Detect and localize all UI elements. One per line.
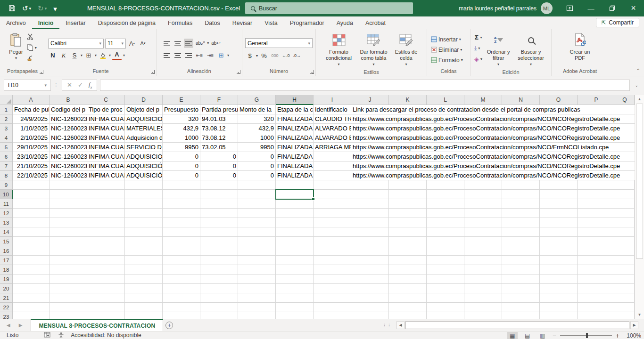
scroll-down-icon[interactable]: ▼ bbox=[635, 311, 644, 319]
cell-F14[interactable] bbox=[200, 227, 238, 237]
cell-M14[interactable] bbox=[464, 227, 502, 237]
cell-A5[interactable]: 29/10/2025 bbox=[13, 143, 50, 152]
cell-G19[interactable] bbox=[238, 274, 276, 284]
cell-O13[interactable] bbox=[540, 218, 578, 227]
font-dialog-launcher-icon[interactable] bbox=[151, 70, 155, 74]
cell-E23[interactable] bbox=[163, 312, 200, 319]
page-layout-view-icon[interactable]: ▤ bbox=[522, 332, 533, 339]
tabbar-grip[interactable]: ⋮⋮ bbox=[378, 319, 396, 331]
row-header-3[interactable]: 3 bbox=[0, 124, 13, 133]
cell-F17[interactable] bbox=[200, 256, 238, 265]
cell-J13[interactable] bbox=[351, 218, 389, 227]
cell-H7[interactable]: FINALIZADA bbox=[276, 161, 314, 171]
ribbon-tab-datos[interactable]: Datos bbox=[198, 18, 226, 29]
cell-N15[interactable] bbox=[502, 237, 540, 246]
ribbon-tab-ayuda[interactable]: Ayuda bbox=[330, 18, 359, 29]
cell-E9[interactable] bbox=[163, 180, 200, 190]
column-header-Q[interactable]: Q bbox=[615, 95, 635, 105]
font-name-combo[interactable]: Calibri▾ bbox=[48, 39, 104, 48]
cell-J3[interactable]: https://www.compraspublicas.gob.ec/Proce… bbox=[351, 124, 635, 133]
cell-E3[interactable]: 432,9 bbox=[163, 124, 200, 133]
expand-formula-bar-icon[interactable]: ⌄ bbox=[633, 83, 640, 88]
column-header-C[interactable]: C bbox=[87, 95, 125, 105]
wrap-text-icon[interactable]: ab↩ bbox=[210, 39, 222, 48]
cell-C22[interactable] bbox=[87, 303, 125, 312]
cell-G15[interactable] bbox=[238, 237, 276, 246]
cell-Q16[interactable] bbox=[615, 246, 635, 256]
cell-B17[interactable] bbox=[50, 256, 87, 265]
cell-B11[interactable] bbox=[50, 199, 87, 209]
cell-D20[interactable] bbox=[125, 284, 163, 293]
cell-E4[interactable]: 1000 bbox=[163, 133, 200, 143]
cell-O18[interactable] bbox=[540, 265, 578, 274]
cell-G14[interactable] bbox=[238, 227, 276, 237]
cell-I4[interactable]: ALVARADO E bbox=[314, 133, 351, 143]
currency-icon[interactable]: $ bbox=[245, 51, 255, 60]
cell-C3[interactable]: INFIMA CUANTIA bbox=[87, 124, 125, 133]
cell-D9[interactable] bbox=[125, 180, 163, 190]
cell-A7[interactable]: 21/10/2025 bbox=[13, 161, 50, 171]
cell-B2[interactable]: NIC-1260023 bbox=[50, 114, 87, 124]
cell-A19[interactable] bbox=[13, 274, 50, 284]
cell-F22[interactable] bbox=[200, 303, 238, 312]
cell-G22[interactable] bbox=[238, 303, 276, 312]
cell-P11[interactable] bbox=[578, 199, 615, 209]
cell-D7[interactable]: ADQUISICIÓN bbox=[125, 161, 163, 171]
cell-J7[interactable]: https://www.compraspublicas.gob.ec/Proce… bbox=[351, 161, 635, 171]
cell-Q11[interactable] bbox=[615, 199, 635, 209]
increase-font-icon[interactable]: A▴ bbox=[127, 39, 137, 48]
cell-K15[interactable] bbox=[389, 237, 427, 246]
orientation-dropdown-icon[interactable]: ▾ bbox=[207, 41, 209, 45]
fill-color-icon[interactable] bbox=[98, 51, 107, 60]
cell-L9[interactable] bbox=[427, 180, 464, 190]
cell-A16[interactable] bbox=[13, 246, 50, 256]
cell-D6[interactable]: ADQUISICION bbox=[125, 152, 163, 161]
cell-E16[interactable] bbox=[163, 246, 200, 256]
cell-O15[interactable] bbox=[540, 237, 578, 246]
column-header-P[interactable]: P bbox=[578, 95, 615, 105]
cell-F8[interactable]: 0 bbox=[200, 171, 238, 180]
cell-Q22[interactable] bbox=[615, 303, 635, 312]
cell-I19[interactable] bbox=[314, 274, 351, 284]
align-middle-icon[interactable] bbox=[173, 39, 182, 48]
cell-J19[interactable] bbox=[351, 274, 389, 284]
cell-K17[interactable] bbox=[389, 256, 427, 265]
cell-P17[interactable] bbox=[578, 256, 615, 265]
cell-N17[interactable] bbox=[502, 256, 540, 265]
cell-P19[interactable] bbox=[578, 274, 615, 284]
cell-A21[interactable] bbox=[13, 293, 50, 303]
underline-button[interactable]: S bbox=[70, 51, 79, 60]
cell-G10[interactable] bbox=[238, 190, 276, 199]
cell-P14[interactable] bbox=[578, 227, 615, 237]
cell-O22[interactable] bbox=[540, 303, 578, 312]
cell-I21[interactable] bbox=[314, 293, 351, 303]
percent-icon[interactable]: % bbox=[259, 51, 269, 60]
cell-B18[interactable] bbox=[50, 265, 87, 274]
cell-P18[interactable] bbox=[578, 265, 615, 274]
cell-A11[interactable] bbox=[13, 199, 50, 209]
ribbon-tab-disposición-de-página[interactable]: Disposición de página bbox=[92, 18, 162, 29]
cell-H12[interactable] bbox=[276, 209, 314, 218]
clipboard-dialog-launcher-icon[interactable] bbox=[40, 70, 43, 74]
cell-F4[interactable]: 73.08.12 bbox=[200, 133, 238, 143]
cell-O20[interactable] bbox=[540, 284, 578, 293]
cell-H5[interactable]: FINALIZADA bbox=[276, 143, 314, 152]
normal-view-icon[interactable]: ▦ bbox=[507, 332, 518, 339]
zoom-percentage[interactable]: 100% bbox=[624, 332, 641, 339]
column-header-M[interactable]: M bbox=[464, 95, 502, 105]
cancel-formula-icon[interactable]: ✕ bbox=[67, 81, 72, 89]
cell-L19[interactable] bbox=[427, 274, 464, 284]
cell-M15[interactable] bbox=[464, 237, 502, 246]
cell-D16[interactable] bbox=[125, 246, 163, 256]
decrease-decimal-icon[interactable]: .0→ bbox=[292, 51, 302, 60]
cell-A4[interactable]: 2/10/2025 bbox=[13, 133, 50, 143]
page-break-view-icon[interactable]: ▥ bbox=[537, 332, 548, 339]
cell-P9[interactable] bbox=[578, 180, 615, 190]
cell-D8[interactable]: ADQUISICIÓN bbox=[125, 171, 163, 180]
cell-E5[interactable]: 9950 bbox=[163, 143, 200, 152]
align-left-icon[interactable] bbox=[162, 51, 172, 60]
cell-O21[interactable] bbox=[540, 293, 578, 303]
cell-J9[interactable] bbox=[351, 180, 389, 190]
row-header-23[interactable]: 23 bbox=[0, 312, 13, 319]
cell-C12[interactable] bbox=[87, 209, 125, 218]
